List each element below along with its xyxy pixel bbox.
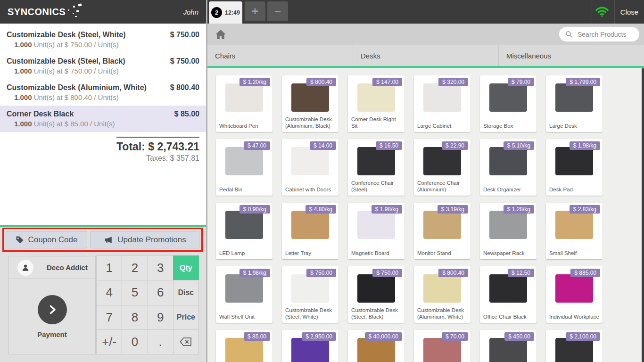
numpad-mode-price[interactable]: Price	[173, 305, 199, 330]
category-tab-chairs[interactable]: Chairs	[207, 45, 353, 66]
product-image	[357, 338, 395, 362]
product-image	[423, 147, 461, 175]
order-taxes: Taxes: $ 357.81	[116, 154, 199, 163]
numpad-mode-disc[interactable]: Disc	[173, 280, 199, 305]
orderline-price: $ 750.00	[170, 57, 199, 66]
product-card[interactable]: $ 885.00 Individual Workplace	[546, 266, 603, 323]
product-card[interactable]: $ 1.98/kg Desk Pad	[546, 139, 603, 196]
product-card[interactable]: $ 2,950.00	[282, 330, 339, 362]
product-image	[423, 274, 461, 303]
remove-order-button[interactable]: −	[267, 1, 288, 21]
product-price-badge: $ 1.28/kg	[504, 205, 534, 214]
numpad-key-2[interactable]: 2	[122, 255, 148, 280]
product-card[interactable]: $ 1.20/kg Whiteboard Pen	[216, 75, 272, 132]
product-card[interactable]: $ 47.00 Pedal Bin	[216, 139, 272, 196]
product-name: Magnetic Board	[351, 250, 402, 257]
product-card[interactable]: $ 800.40 Customizable Desk (Aluminium, B…	[282, 75, 339, 132]
numpad-key-3[interactable]: 3	[148, 255, 173, 280]
person-icon	[21, 263, 30, 272]
product-name: Whiteboard Pen	[219, 123, 270, 130]
product-image	[291, 274, 329, 303]
product-card[interactable]: $ 79.00 Storage Box	[480, 75, 537, 132]
left-header: SYNCONICS John	[0, 0, 206, 24]
product-price-badge: $ 3.19/kg	[438, 205, 468, 214]
numpad-key-1[interactable]: 1	[96, 255, 122, 280]
product-image	[555, 147, 593, 175]
product-card[interactable]: $ 22.90 Conference Chair (Aluminium)	[414, 139, 471, 196]
product-image	[423, 211, 461, 239]
product-card[interactable]: $ 12.50 Office Chair Black	[480, 266, 537, 323]
customer-avatar	[17, 260, 33, 276]
customer-button[interactable]: Deco Addict	[8, 256, 96, 279]
header-divider	[592, 0, 592, 24]
product-card[interactable]: $ 450.00	[480, 330, 537, 362]
order-total: Total: $ 2,743.21	[116, 140, 199, 153]
numpad-key-plusminus[interactable]: +/-	[96, 329, 122, 354]
product-price-badge: $ 14.00	[310, 141, 336, 150]
order-line[interactable]: Customizable Desk (Steel, Black)$ 750.00…	[0, 53, 206, 79]
product-name: Customizable Desk (Aluminium, White)	[417, 307, 468, 321]
product-card[interactable]: $ 1,799.00 Large Desk	[546, 75, 603, 132]
search-input[interactable]	[577, 30, 636, 39]
payment-button[interactable]: Payment	[8, 279, 96, 354]
customer-name: Deco Addict	[47, 263, 88, 272]
product-card[interactable]: $ 70.00	[414, 330, 471, 362]
product-card[interactable]: $ 147.00 Corner Desk Right Sit	[348, 75, 405, 132]
numpad-key-7[interactable]: 7	[96, 305, 122, 330]
product-card[interactable]: $ 1.98/kg Magnetic Board	[348, 203, 405, 259]
new-order-button[interactable]: +	[245, 1, 265, 21]
product-price-badge: $ 1.98/kg	[570, 141, 600, 150]
numpad-key-0[interactable]: 0	[122, 329, 148, 354]
orderline-price: $ 85.00	[174, 110, 199, 118]
numpad-key-8[interactable]: 8	[122, 305, 148, 330]
product-card[interactable]: $ 320.00 Large Cabinet	[414, 75, 471, 132]
product-card[interactable]: $ 4.80/kg Letter Tray	[282, 203, 339, 259]
sub-header	[207, 24, 644, 45]
numpad-key-5[interactable]: 5	[122, 280, 148, 305]
coupon-code-button[interactable]: Coupon Code	[6, 231, 87, 248]
order-line-selected[interactable]: Corner Desk Black$ 85.00 1.000 Unit(s) a…	[0, 106, 206, 132]
product-panel: 2 12:49 + − Close Chairs Desks Miscellan	[207, 0, 644, 362]
home-category-button[interactable]	[207, 24, 234, 45]
product-card[interactable]: $ 40,000.00	[348, 330, 405, 362]
product-card[interactable]: $ 3.19/kg Monitor Stand	[414, 203, 471, 259]
close-button[interactable]: Close	[615, 0, 644, 24]
product-card[interactable]: $ 16.50 Conference Chair (Steel)	[348, 139, 405, 196]
numpad-key-9[interactable]: 9	[148, 305, 173, 330]
order-tab[interactable]: 2 12:49	[209, 1, 242, 24]
product-card[interactable]: $ 85.00	[216, 330, 272, 362]
order-summary: Total: $ 2,743.21 Taxes: $ 357.81	[0, 132, 206, 163]
order-line[interactable]: Customizable Desk (Steel, White)$ 750.00…	[0, 26, 206, 53]
order-line[interactable]: Customizable Desk (Aluminium, White)$ 80…	[0, 79, 206, 106]
category-tab-desks[interactable]: Desks	[353, 45, 499, 66]
product-card[interactable]: $ 2,100.00	[546, 330, 603, 362]
numpad-key-6[interactable]: 6	[148, 280, 173, 305]
product-card[interactable]: $ 750.00 Customizable Desk (Steel, Black…	[348, 266, 405, 323]
product-card[interactable]: $ 2.83/kg Small Shelf	[546, 203, 603, 259]
product-name: Small Shelf	[549, 250, 600, 257]
product-card[interactable]: $ 1.98/kg Wall Shelf Unit	[216, 266, 272, 323]
product-card[interactable]: $ 1.28/kg Newspaper Rack	[480, 203, 537, 259]
numpad-key-dot[interactable]: .	[148, 329, 173, 354]
numpad-key-backspace[interactable]	[173, 329, 199, 354]
product-price-badge: $ 1.20/kg	[239, 78, 270, 86]
numpad-mode-qty[interactable]: Qty	[173, 255, 199, 280]
orderline-detail: Unit(s) at $ 800.40 / Unit(s)	[34, 93, 119, 101]
product-card[interactable]: $ 14.00 Cabinet with Doors	[282, 139, 339, 196]
product-image	[555, 338, 593, 362]
product-scrollbar[interactable]	[642, 68, 644, 362]
orderline-detail: Unit(s) at $ 750.00 / Unit(s)	[34, 67, 119, 75]
product-image	[291, 211, 329, 239]
numpad-key-4[interactable]: 4	[96, 280, 122, 305]
update-promotions-button[interactable]: Update Promotions	[91, 231, 199, 248]
product-card[interactable]: $ 750.00 Customizable Desk (Steel, White…	[282, 266, 339, 323]
product-card[interactable]: $ 5.10/kg Desk Organizer	[480, 139, 537, 196]
product-image	[555, 211, 593, 239]
product-card[interactable]: $ 0.90/kg LED Lamp	[216, 203, 272, 259]
product-card[interactable]: $ 800.40 Customizable Desk (Aluminium, W…	[414, 266, 471, 323]
product-name: Individual Workplace	[549, 314, 600, 321]
category-tab-miscellaneous[interactable]: Miscellaneous	[499, 45, 644, 66]
payment-circle	[38, 295, 67, 324]
product-image	[489, 83, 527, 112]
orderline-product: Customizable Desk (Aluminium, White)	[7, 83, 147, 92]
